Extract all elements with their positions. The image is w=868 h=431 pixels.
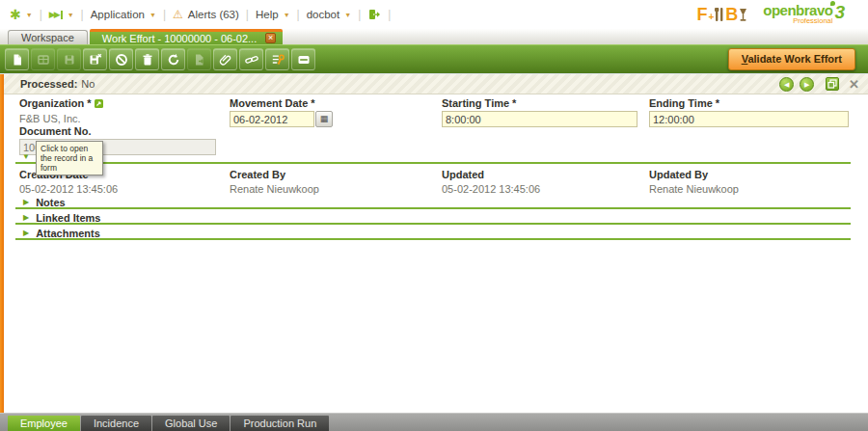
fb-logo-f: F — [696, 7, 707, 22]
close-record-button[interactable]: ✕ — [849, 78, 859, 91]
divider: | — [388, 8, 391, 21]
delete-button[interactable] — [135, 48, 159, 70]
divider: | — [81, 8, 84, 21]
cancel-icon — [115, 53, 128, 67]
attachment-button[interactable] — [213, 48, 237, 70]
cancel-button[interactable] — [109, 48, 133, 70]
next-record-button[interactable]: ▶ — [800, 77, 814, 92]
trash-icon — [141, 53, 154, 67]
updated-field: Updated 05-02-2012 13:45:06 — [442, 169, 540, 195]
section-collapsed-icon: ▶ — [23, 198, 29, 207]
tab-close-icon[interactable]: × — [265, 33, 276, 43]
main-tab-bar: Workspace Work Effort - 10000000 - 06-02… — [0, 29, 868, 44]
save-close-icon — [89, 53, 102, 67]
logo-area: F + B openbravo Professional 3 — [696, 4, 858, 25]
movement-date-label: Movement Date — [230, 97, 308, 109]
next-icon: ▶ — [804, 81, 809, 88]
openbravo-logo-text: openbravo — [763, 4, 832, 17]
organization-field: Organization * F&B US, Inc. — [19, 97, 103, 124]
new-document-icon — [11, 53, 24, 67]
starting-time-input[interactable] — [442, 111, 637, 127]
processed-label: Processed: — [20, 78, 77, 90]
form-view-icon — [297, 53, 311, 67]
movement-date-field: Movement Date * ▦ — [230, 97, 333, 127]
tab-work-effort[interactable]: Work Effort - 10000000 - 06-02... × — [90, 29, 283, 44]
child-tab-bar: Employee Incidence Global Use Production… — [0, 413, 868, 431]
creation-date-value: 05-02-2012 13:45:06 — [19, 183, 118, 195]
chevron-down-icon: ▼ — [149, 12, 156, 18]
tab-incidence[interactable]: Incidence — [81, 416, 151, 431]
user-menu[interactable]: docbot ▼ — [307, 9, 351, 20]
movement-date-input[interactable] — [230, 111, 314, 127]
field-link-icon[interactable] — [95, 99, 103, 108]
link-button[interactable] — [239, 48, 263, 70]
required-mark: * — [87, 97, 91, 109]
utensils-icon — [715, 7, 724, 22]
fb-logo-b: B — [725, 7, 738, 22]
previous-record-button[interactable]: ◀ — [779, 77, 794, 92]
section-collapsed-icon: ▶ — [23, 229, 29, 238]
paperclip-icon — [219, 53, 232, 67]
created-by-field: Created By Renate Nieuwkoop — [230, 169, 319, 195]
favorites-menu[interactable]: ✱ ▼ — [10, 8, 33, 21]
link-icon — [245, 53, 258, 67]
section-collapsed-icon: ▶ — [23, 213, 29, 223]
tab-production-run[interactable]: Production Run — [231, 416, 329, 431]
save-close-button[interactable] — [83, 48, 107, 70]
tab-workspace[interactable]: Workspace — [8, 30, 88, 44]
export-icon — [193, 53, 206, 67]
created-by-value: Renate Nieuwkoop — [230, 183, 319, 195]
validate-work-effort-button[interactable]: Validate Work Effort — [728, 48, 855, 70]
section-divider — [15, 223, 851, 225]
chevron-down-icon: ▼ — [68, 12, 74, 18]
user-menu-label: docbot — [307, 9, 340, 20]
top-navigation-bar: ✱ ▼ | ▶▶ ▼ | Application ▼ | ⚠ Alerts (6… — [0, 0, 868, 29]
recent-views-menu[interactable]: ▶▶ ▼ — [49, 11, 74, 19]
divider: | — [40, 8, 42, 21]
chevron-down-icon: ▼ — [344, 12, 351, 18]
record-toolbar: Validate Work Effort — [0, 44, 868, 73]
logout-button[interactable] — [367, 8, 381, 21]
updated-by-field: Updated By Renate Nieuwkoop — [649, 169, 739, 195]
tab-global-use[interactable]: Global Use — [152, 416, 230, 431]
ending-time-field: Ending Time * — [649, 97, 849, 127]
ending-time-input[interactable] — [649, 111, 849, 127]
starting-time-field: Starting Time * — [442, 97, 637, 127]
previous-icon: ◀ — [784, 81, 789, 88]
help-menu[interactable]: Help ▼ — [256, 9, 290, 20]
maximize-button[interactable] — [826, 77, 839, 91]
save-button — [57, 48, 81, 70]
tools-icon — [271, 53, 285, 67]
tab-work-effort-label: Work Effort - 10000000 - 06-02... — [102, 33, 257, 44]
record-status-bar: Processed: No ◀ ▶ ✕ — [4, 74, 868, 94]
calendar-icon: ▦ — [320, 114, 329, 123]
save-icon — [63, 53, 76, 67]
updated-value: 05-02-2012 13:45:06 — [442, 183, 540, 195]
updated-by-label: Updated By — [649, 169, 739, 180]
application-menu[interactable]: Application ▼ — [91, 9, 156, 20]
tab-employee[interactable]: Employee — [8, 416, 80, 431]
chevron-down-icon: ▼ — [26, 12, 33, 18]
new-row-grid-button — [31, 48, 55, 70]
openbravo-edition-text: Professional — [793, 17, 832, 25]
calendar-button[interactable]: ▦ — [315, 111, 333, 127]
divider: | — [297, 8, 300, 21]
divider: | — [163, 8, 166, 21]
tools-button[interactable] — [265, 48, 289, 70]
updated-label: Updated — [442, 169, 540, 180]
alerts-menu[interactable]: ⚠ Alerts (63) — [173, 9, 239, 20]
required-mark: * — [512, 97, 516, 109]
refresh-button[interactable] — [161, 48, 185, 70]
openbravo-logo: openbravo Professional 3 — [763, 4, 845, 25]
required-mark: * — [716, 97, 719, 109]
application-menu-label: Application — [91, 9, 145, 20]
form-view-button[interactable] — [291, 48, 315, 70]
leaf-icon — [830, 1, 835, 6]
tooltip: Click to open the record in a form — [36, 141, 103, 175]
divider: | — [358, 8, 361, 21]
maximize-icon — [827, 79, 837, 89]
new-document-button[interactable] — [5, 48, 29, 70]
chevron-down-icon: ▼ — [284, 12, 290, 18]
section-expanded-icon[interactable]: ▼ — [22, 152, 30, 162]
alerts-label: Alerts (63) — [188, 9, 239, 20]
